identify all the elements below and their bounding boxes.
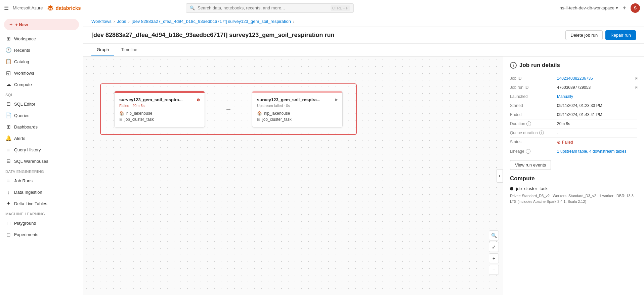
ended-value: 09/11/2024, 01:43:41 PM [557,112,637,117]
duration-label: Duration i [510,121,557,126]
sidebar-item-label: Alerts [14,136,25,141]
status-value: Failed [557,140,637,145]
sidebar-item-label: Compute [14,82,32,87]
graph-details-layout: survey123_gem_soil_respira... ⊗ Failed ·… [83,57,644,295]
cluster-icon-2: ⊟ [257,117,260,122]
duration-info-icon[interactable]: i [526,121,531,126]
lineage-value[interactable]: 1 upstream table, 4 downstream tables [557,149,637,154]
details-row-launched: Launched Manually [510,92,637,101]
view-run-events-button[interactable]: View run events [510,160,551,170]
sidebar-item-catalog[interactable]: 📋 Catalog [0,56,83,67]
fit-view-button[interactable]: ⤢ [489,242,499,252]
workspace-selector[interactable]: ns-ii-tech-dev-db-workspace ▾ [560,5,618,10]
sidebar-item-workspace[interactable]: ⊞ Workspace [0,33,83,44]
launched-value[interactable]: Manually [557,94,637,99]
graph-collapse-button[interactable]: › [496,169,503,183]
status-label: Status [510,140,557,144]
queue-duration-info-icon[interactable]: i [539,131,544,135]
task-2-name: survey123_gem_soil_respira... [257,97,320,102]
compute-section: Compute job_cluster_task Driver: Standar… [510,175,637,204]
sidebar-item-query-history[interactable]: ≡ Query History [0,144,83,155]
search-input[interactable] [198,5,328,10]
ml-section-label: Machine Learning [0,209,83,217]
new-button[interactable]: + + New [4,19,79,30]
page-title: [dev 82883a27_dfea_4d94_b18c_93aedbc6717… [91,32,334,39]
dashboards-icon: ⊞ [5,124,11,130]
breadcrumb-jobs[interactable]: Jobs [117,19,126,24]
repair-run-button[interactable]: Repair run [605,30,636,40]
compute-status-dot [510,187,513,190]
compute-description: Driver: Standard_D3_v2 · Workers: Standa… [510,193,637,204]
sidebar-item-playground[interactable]: ◻ Playground [0,217,83,229]
duration-value: 20m 9s [557,121,637,126]
sidebar-item-dashboards[interactable]: ⊞ Dashboards [0,121,83,133]
sidebar-item-delta-live-tables[interactable]: ✦ Delta Live Tables [0,198,83,209]
search-shortcut: CTRL + P [331,5,350,11]
cluster-icon: ⊟ [119,117,123,122]
copy-icon-run-id[interactable]: ⎘ [635,85,637,90]
copy-icon-job-id[interactable]: ⎘ [635,76,637,81]
logo-text: databricks [56,5,81,11]
task-node-1[interactable]: survey123_gem_soil_respira... ⊗ Failed ·… [114,91,205,127]
task-node-1-title: survey123_gem_soil_respira... ⊗ [119,97,200,102]
sidebar-item-label: Data Ingestion [14,190,42,195]
task-1-resource2: ⊟ job_cluster_task [119,117,200,122]
lakehouse-icon-2: 🏠 [257,111,262,116]
sql-warehouses-icon: ⊟ [5,158,11,164]
sidebar-item-label: Catalog [14,59,29,64]
graph-area[interactable]: survey123_gem_soil_respira... ⊗ Failed ·… [83,57,503,295]
sidebar-item-job-runs[interactable]: ≡ Job Runs [0,175,83,186]
details-row-ended: Ended 09/11/2024, 01:43:41 PM [510,110,637,119]
sidebar-item-sql-warehouses[interactable]: ⊟ SQL Warehouses [0,155,83,167]
job-id-value[interactable]: 1402340382236735 [557,76,634,81]
details-title-label: Job run details [519,62,560,69]
search-bar[interactable]: 🔍 CTRL + P [186,3,354,13]
compute-item-1: job_cluster_task [510,186,637,191]
sidebar-item-label: Playground [14,221,36,226]
sidebar-item-label: Queries [14,113,30,118]
query-history-icon: ≡ [5,147,11,153]
avatar[interactable]: S [631,3,640,13]
notifications-icon[interactable]: ✦ [622,5,627,11]
search-icon: 🔍 [189,5,195,10]
task-2-resource2-label: job_cluster_task [262,117,292,122]
new-label: + New [15,22,28,27]
workflow-arrow: → [225,105,232,113]
sidebar-item-sql-editor[interactable]: ⊟ SQL Editor [0,98,83,110]
delete-job-run-button[interactable]: Delete job run [565,30,603,40]
job-run-id-value: 476036897729053 [557,85,634,90]
details-row-job-run-id: Job run ID 476036897729053 ⎘ [510,83,637,92]
job-runs-icon: ≡ [5,178,11,184]
sidebar-item-workflows[interactable]: ◱ Workflows [0,67,83,79]
task-node-1-body: survey123_gem_soil_respira... ⊗ Failed ·… [115,93,205,127]
sidebar-item-recents[interactable]: 🕐 Recents [0,44,83,56]
sidebar-item-queries[interactable]: 📄 Queries [0,110,83,121]
tab-timeline[interactable]: Timeline [116,44,143,56]
details-row-started: Started 09/11/2024, 01:23:33 PM [510,101,637,110]
lineage-info-icon[interactable]: i [526,149,530,154]
alerts-icon: 🔔 [5,135,11,141]
zoom-out-button[interactable]: − [489,265,499,275]
sidebar-item-experiments[interactable]: ◻ Experiments [0,229,83,240]
workflow-container: survey123_gem_soil_respira... ⊗ Failed ·… [100,83,357,135]
sidebar-item-compute[interactable]: ☁ Compute [0,79,83,90]
sidebar-item-alerts[interactable]: 🔔 Alerts [0,133,83,144]
breadcrumb-workflows[interactable]: Workflows [91,19,112,24]
task-1-resource1-label: nip_lakehouse [126,111,152,116]
details-row-duration: Duration i 20m 9s [510,119,637,128]
compute-name: job_cluster_task [516,186,548,191]
search-graph-button[interactable]: 🔍 [489,230,499,241]
task-node-2[interactable]: survey123_gem_soil_respira... ▶ Upstream… [252,91,343,127]
data-ingestion-icon: ↓ [5,189,11,195]
tab-graph[interactable]: Graph [91,44,114,56]
tab-bar: Graph Timeline [83,44,644,57]
zoom-in-button[interactable]: + [489,253,499,263]
breadcrumb-job-name[interactable]: [dev 82883a27_dfea_4d94_b18c_93aedbc6717… [132,19,291,24]
sidebar-item-label: Query History [14,147,41,152]
details-section-title: i Job run details [510,62,637,69]
queue-duration-value: - [557,131,637,135]
catalog-icon: 📋 [5,59,11,65]
sidebar-item-data-ingestion[interactable]: ↓ Data Ingestion [0,186,83,198]
task-1-resource1: 🏠 nip_lakehouse [119,111,200,116]
menu-icon[interactable]: ☰ [4,5,9,11]
